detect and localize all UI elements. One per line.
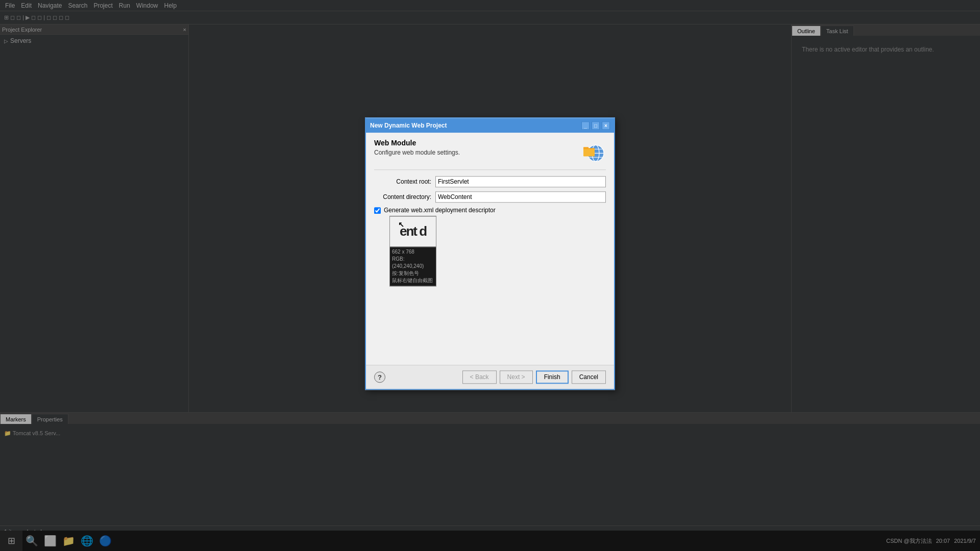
content-directory-label: Content directory:	[374, 193, 435, 201]
web-project-icon	[581, 139, 606, 163]
dialog-title-bar: New Dynamic Web Project _ □ ×	[366, 118, 614, 133]
context-root-row: Context root:	[374, 176, 606, 187]
dialog-header-text: Web Module Configure web module settings…	[374, 139, 460, 156]
header-divider	[374, 169, 606, 170]
dialog-content-area: ent d ↖ 662 x 768 RGB:(240,240,240) 按:复制…	[374, 216, 606, 359]
tooltip-info-text: 662 x 768 RGB:(240,240,240) 按:复制色号 鼠标右键自…	[390, 247, 436, 286]
content-directory-input[interactable]	[435, 191, 606, 203]
svg-rect-8	[583, 147, 589, 149]
dialog-header-icon	[581, 139, 606, 163]
cancel-button[interactable]: Cancel	[572, 370, 606, 384]
finish-button[interactable]: Finish	[536, 370, 569, 384]
dialog-close-button[interactable]: ×	[602, 121, 610, 130]
dialog-title: New Dynamic Web Project	[370, 122, 447, 129]
dialog-section-title: Web Module	[374, 139, 460, 147]
dialog-section-desc: Configure web module settings.	[374, 149, 460, 156]
tooltip-dimensions: 662 x 768	[392, 248, 434, 256]
generate-webxml-row: Generate web.xml deployment descriptor	[374, 207, 606, 214]
tooltip-rgb: RGB:(240,240,240)	[392, 256, 434, 270]
title-controls: _ □ ×	[581, 121, 610, 130]
content-directory-row: Content directory:	[374, 191, 606, 203]
svg-rect-7	[583, 149, 595, 156]
tooltip-action1: 按:复制色号	[392, 270, 434, 277]
tooltip-preview-image: ent d ↖	[390, 216, 436, 247]
dialog-header-section: Web Module Configure web module settings…	[374, 139, 606, 163]
cursor-icon: ↖	[398, 220, 404, 229]
dialog-minimize-button[interactable]: _	[581, 121, 590, 130]
help-button[interactable]: ?	[374, 371, 385, 383]
tooltip-action2: 鼠标右键自由截图	[392, 277, 434, 284]
new-dynamic-web-project-dialog: New Dynamic Web Project _ □ × Web Module…	[365, 117, 615, 390]
dialog-footer: ? < Back Next > Finish Cancel	[366, 365, 614, 389]
generate-webxml-checkbox[interactable]	[374, 207, 381, 214]
screenshot-tooltip-popup: ent d ↖ 662 x 768 RGB:(240,240,240) 按:复制…	[389, 216, 436, 286]
dialog-body: Web Module Configure web module settings…	[366, 133, 614, 365]
footer-left: ?	[374, 371, 385, 383]
generate-webxml-label: Generate web.xml deployment descriptor	[384, 207, 496, 214]
back-button[interactable]: < Back	[462, 370, 497, 384]
dialog-maximize-button[interactable]: □	[592, 121, 600, 130]
context-root-input[interactable]	[435, 176, 606, 187]
context-root-label: Context root:	[374, 178, 435, 185]
footer-right: < Back Next > Finish Cancel	[462, 370, 606, 384]
next-button[interactable]: Next >	[500, 370, 533, 384]
